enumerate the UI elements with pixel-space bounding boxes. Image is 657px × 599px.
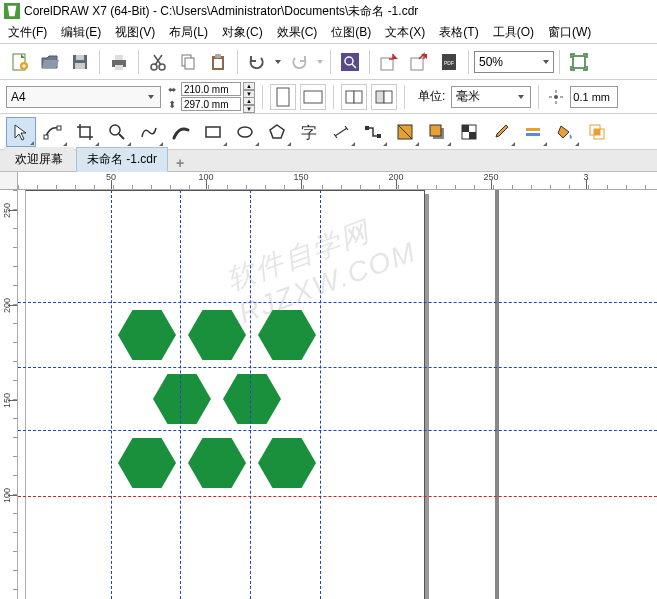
artistic-media-tool[interactable] [166,117,196,147]
svg-rect-23 [304,91,322,103]
svg-rect-24 [346,91,354,103]
hexagon-shape[interactable] [118,310,176,360]
landscape-button[interactable] [300,84,326,110]
freehand-tool[interactable] [134,117,164,147]
svg-rect-45 [594,129,600,135]
menu-text[interactable]: 文本(X) [385,24,425,41]
redo-button[interactable] [285,48,313,76]
page-width-input[interactable]: 210.0 mm [181,82,241,96]
guide-vertical[interactable] [180,190,181,599]
drop-shadow-tool[interactable] [422,117,452,147]
paper-size-combo[interactable]: A4 [6,86,161,108]
paste-button[interactable] [204,48,232,76]
unit-combo[interactable]: 毫米 [451,86,531,108]
outline-tool[interactable] [518,117,548,147]
dimension-tool[interactable] [326,117,356,147]
guide-horizontal[interactable] [18,430,657,431]
ellipse-tool[interactable] [230,117,260,147]
svg-marker-46 [118,310,176,360]
eyedropper-tool[interactable] [486,117,516,147]
crop-tool[interactable] [70,117,100,147]
svg-rect-25 [354,91,362,103]
transparency-tool[interactable] [454,117,484,147]
tab-add-button[interactable]: + [170,155,190,171]
svg-rect-32 [206,127,220,137]
menu-object[interactable]: 对象(C) [222,24,263,41]
width-spinner[interactable]: ▲▼ [243,82,255,96]
menu-window[interactable]: 窗口(W) [548,24,591,41]
save-button[interactable] [66,48,94,76]
canvas[interactable]: 软件自学网 RJZXW.COM [18,190,657,599]
export-button[interactable] [405,48,433,76]
tab-document[interactable]: 未命名 -1.cdr [76,147,168,172]
separator [330,50,331,74]
text-tool[interactable]: 字 [294,117,324,147]
pick-tool[interactable] [6,117,36,147]
hexagon-shape[interactable] [153,374,211,424]
redo-dropdown[interactable] [315,58,325,66]
guide-horizontal[interactable] [18,302,657,303]
guide-vertical[interactable] [111,190,112,599]
hexagon-shape[interactable] [188,310,246,360]
nudge-input[interactable]: 0.1 mm [570,86,618,108]
smart-fill-tool[interactable] [582,117,612,147]
copy-button[interactable] [174,48,202,76]
guide-vertical[interactable] [250,190,251,599]
hexagon-shape[interactable] [188,438,246,488]
svg-rect-36 [377,134,381,138]
toolbox: 字 [0,114,657,150]
guide-vertical[interactable] [320,190,321,599]
hexagon-shape[interactable] [118,438,176,488]
svg-rect-30 [57,126,61,130]
menu-effects[interactable]: 效果(C) [277,24,318,41]
publish-pdf-button[interactable]: PDF [435,48,463,76]
menu-view[interactable]: 视图(V) [115,24,155,41]
shape-tool[interactable] [38,117,68,147]
print-button[interactable] [105,48,133,76]
vertical-ruler[interactable]: 250200150100 [0,190,18,599]
svg-rect-35 [365,126,369,130]
separator [538,85,539,109]
new-button[interactable] [6,48,34,76]
connector-tool[interactable] [358,117,388,147]
menu-edit[interactable]: 编辑(E) [61,24,101,41]
menu-tools[interactable]: 工具(O) [493,24,534,41]
svg-rect-42 [526,133,540,136]
page-height-input[interactable]: 297.0 mm [181,97,241,111]
horizontal-ruler[interactable]: 501001502002503 [18,172,657,190]
rectangle-tool[interactable] [198,117,228,147]
import-button[interactable] [375,48,403,76]
interactive-fill-tool[interactable] [390,117,420,147]
portrait-button[interactable] [270,84,296,110]
menu-file[interactable]: 文件(F) [8,24,47,41]
menu-bitmap[interactable]: 位图(B) [331,24,371,41]
polygon-tool[interactable] [262,117,292,147]
height-spinner[interactable]: ▲▼ [243,97,255,111]
menu-layout[interactable]: 布局(L) [169,24,208,41]
guide-horizontal[interactable] [18,367,657,368]
zoom-combo[interactable]: 50% [474,51,554,73]
page-right-edge [495,190,499,599]
zoom-tool[interactable] [102,117,132,147]
ruler-origin[interactable] [0,172,18,190]
separator [262,85,263,109]
svg-marker-49 [153,374,211,424]
current-page-button[interactable] [371,84,397,110]
tab-welcome[interactable]: 欢迎屏幕 [4,147,74,171]
all-pages-button[interactable] [341,84,367,110]
titlebar: CorelDRAW X7 (64-Bit) - C:\Users\Adminis… [0,0,657,22]
hexagon-shape[interactable] [258,310,316,360]
undo-dropdown[interactable] [273,58,283,66]
hexagon-shape[interactable] [223,374,281,424]
search-button[interactable] [336,48,364,76]
open-button[interactable] [36,48,64,76]
fill-tool[interactable] [550,117,580,147]
hexagon-shape[interactable] [258,438,316,488]
guide-horizontal-selected[interactable] [18,496,657,497]
menu-table[interactable]: 表格(T) [439,24,478,41]
cut-button[interactable] [144,48,172,76]
window-title: CorelDRAW X7 (64-Bit) - C:\Users\Adminis… [24,3,418,20]
svg-rect-18 [411,58,423,70]
undo-button[interactable] [243,48,271,76]
fullscreen-button[interactable] [565,48,593,76]
